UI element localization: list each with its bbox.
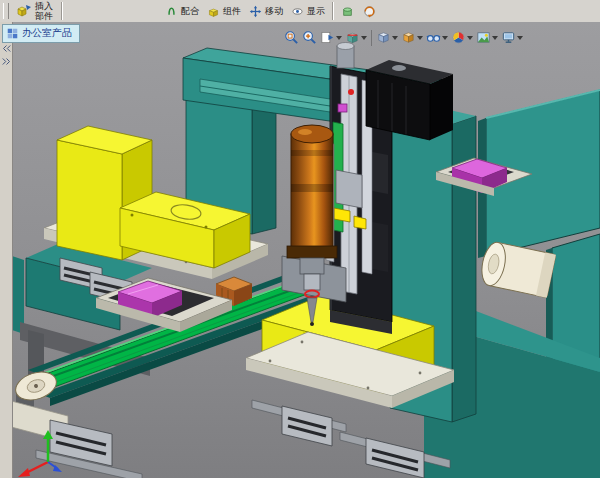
move-component-icon (249, 5, 262, 18)
chevron-down-icon (467, 36, 473, 40)
insert-component-button[interactable]: 插入 部件 (11, 0, 58, 22)
toolbar-button-mate[interactable]: 配合 (161, 0, 203, 22)
view-orientation-icon (376, 30, 391, 45)
toolbar-button-label: 显示 (307, 5, 325, 18)
toolbar-separator (332, 2, 333, 20)
collapse-arrows-icon[interactable] (2, 44, 11, 53)
insert-component-label-1: 插入 (35, 1, 53, 11)
app-window: 插入 部件 配合 组件 (0, 0, 600, 478)
view-settings-icon (501, 30, 516, 45)
show-hide-icon (291, 5, 304, 18)
toolbar-button-move[interactable]: 移动 (245, 0, 287, 22)
chevron-down-icon (336, 36, 342, 40)
motion-study-button[interactable] (358, 0, 380, 22)
chevron-down-icon (517, 36, 523, 40)
assembly-features-icon (340, 4, 355, 19)
section-view-button[interactable] (344, 29, 368, 46)
document-tab-label: 办公室产品 (22, 26, 72, 40)
panel-handle-icon[interactable] (2, 57, 11, 66)
model-viewport-scene[interactable] (0, 22, 600, 478)
hide-show-items-button[interactable] (425, 29, 449, 46)
heads-up-view-toolbar (283, 29, 524, 46)
chevron-down-icon (442, 36, 448, 40)
toolbar-button-show[interactable]: 显示 (287, 0, 329, 22)
display-style-icon (401, 30, 416, 45)
view-orientation-button[interactable] (375, 29, 399, 46)
edit-appearance-icon (451, 30, 466, 45)
floor-linear-rails-left[interactable] (0, 398, 142, 478)
previous-view-icon (320, 30, 335, 45)
toolbar-button-component[interactable]: 组件 (203, 0, 245, 22)
mate-icon (165, 5, 178, 18)
zoom-to-fit-button[interactable] (283, 29, 300, 46)
display-style-button[interactable] (400, 29, 424, 46)
apply-scene-icon (476, 30, 491, 45)
chevron-down-icon (361, 36, 367, 40)
tab-icon (7, 28, 18, 39)
zoom-to-fit-icon (284, 30, 299, 45)
toolbar-button-label: 组件 (223, 5, 241, 18)
toolbar-button-label: 移动 (265, 5, 283, 18)
toolbar-separator (371, 30, 372, 46)
graphics-area[interactable]: 办公室产品 (0, 22, 600, 478)
chevron-down-icon (417, 36, 423, 40)
motion-study-icon (362, 4, 377, 19)
toolbar-separator (61, 2, 62, 20)
section-view-icon (345, 30, 360, 45)
zoom-to-area-icon (302, 30, 317, 45)
insert-component-label-2: 部件 (35, 11, 53, 21)
assembly-features-button[interactable] (336, 0, 358, 22)
chevron-down-icon (392, 36, 398, 40)
view-settings-button[interactable] (500, 29, 524, 46)
top-toolbar: 插入 部件 配合 组件 (0, 0, 600, 23)
chevron-down-icon (492, 36, 498, 40)
insert-component-icon (16, 3, 32, 19)
feature-manager-strip[interactable] (0, 22, 13, 478)
white-roller-cylinder[interactable] (478, 240, 556, 298)
zoom-to-area-button[interactable] (301, 29, 318, 46)
document-tab[interactable]: 办公室产品 (2, 24, 80, 43)
toolbar-button-label: 配合 (181, 5, 199, 18)
hide-show-items-icon (426, 30, 441, 45)
apply-scene-button[interactable] (475, 29, 499, 46)
previous-view-button[interactable] (319, 29, 343, 46)
edit-appearance-button[interactable] (450, 29, 474, 46)
toolbar-drag-handle[interactable] (3, 3, 9, 19)
component-icon (207, 5, 220, 18)
